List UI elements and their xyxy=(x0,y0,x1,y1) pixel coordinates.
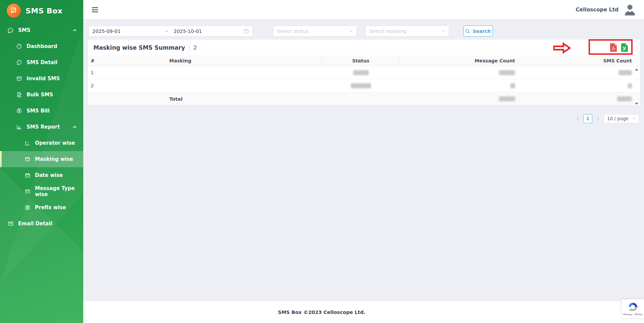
sidebar-item-operator-wise[interactable]: Operator wise xyxy=(0,135,83,151)
footer: SMS Box ©2023 Celloscope Ltd. xyxy=(83,301,644,323)
date-to-value[interactable]: 2025-10-01 xyxy=(170,29,244,34)
prefix-wise-icon xyxy=(24,204,31,211)
recaptcha-badge[interactable]: Privacy - Terms xyxy=(622,299,644,318)
cell-message-count-redacted xyxy=(400,66,518,79)
table-header-row: # Masking Status Message Count SMS Count xyxy=(88,55,640,66)
sidebar: SMS Box SMS Dashboard SMS Detail xyxy=(0,0,83,323)
column-header-masking[interactable]: Masking xyxy=(168,55,322,66)
recaptcha-icon xyxy=(628,302,638,312)
export-excel-icon[interactable] xyxy=(620,43,629,52)
cell-index: 2 xyxy=(88,79,168,92)
total-sms-count-redacted xyxy=(518,92,635,105)
search-icon xyxy=(465,29,470,34)
chevron-down-icon xyxy=(633,118,636,120)
export-buttons xyxy=(609,43,629,52)
masking-wise-icon xyxy=(24,156,31,163)
title-separator: | xyxy=(188,44,190,51)
user-area[interactable]: Celloscope Ltd xyxy=(576,3,637,16)
page-title: Masking wise SMS Summary xyxy=(93,44,185,51)
top-bar: Celloscope Ltd xyxy=(83,0,644,19)
sidebar-item-label: Masking wise xyxy=(35,156,73,162)
total-label: Total xyxy=(168,92,322,105)
sidebar-nav: SMS Dashboard SMS Detail Invalid SMS xyxy=(0,22,83,232)
sms-icon xyxy=(7,27,14,34)
app-title: SMS Box xyxy=(26,7,62,15)
total-message-count-redacted xyxy=(400,92,518,105)
sidebar-item-invalid-sms[interactable]: Invalid SMS xyxy=(0,71,83,87)
cell-message-count-redacted xyxy=(400,79,518,92)
cell-sms-count-redacted xyxy=(518,66,635,79)
user-avatar[interactable] xyxy=(623,3,637,16)
app-logo[interactable]: SMS Box xyxy=(0,0,83,21)
sidebar-item-prefix-wise[interactable]: Prefix wise xyxy=(0,199,83,216)
export-pdf-icon[interactable] xyxy=(609,43,617,52)
sidebar-item-label: Dashboard xyxy=(27,43,57,49)
message-type-wise-icon xyxy=(24,188,31,195)
app-logo-icon xyxy=(7,4,21,18)
scroll-down-icon[interactable] xyxy=(635,103,638,105)
table-row[interactable]: 2 xyxy=(88,79,640,92)
date-range-picker[interactable]: 2025-09-01 → 2025-10-01 xyxy=(88,26,253,37)
pagination: 1 10 / page xyxy=(574,114,639,123)
column-header-sms-count[interactable]: SMS Count xyxy=(518,55,635,66)
cell-status-redacted xyxy=(322,66,400,79)
status-select-placeholder: Select status xyxy=(277,29,349,34)
search-button-label: Search xyxy=(472,29,491,34)
invalid-sms-icon xyxy=(16,76,22,82)
sidebar-item-masking-wise[interactable]: Masking wise xyxy=(0,151,83,167)
column-header-index[interactable]: # xyxy=(88,55,168,66)
prev-page-icon[interactable] xyxy=(574,114,581,123)
date-wise-icon xyxy=(24,172,31,179)
operator-wise-icon xyxy=(24,140,31,146)
sidebar-item-sms[interactable]: SMS xyxy=(0,22,83,38)
next-page-icon[interactable] xyxy=(595,114,601,123)
chevron-up-icon xyxy=(73,29,77,32)
sidebar-item-label: SMS xyxy=(18,27,31,33)
company-name: Celloscope Ltd xyxy=(576,7,618,13)
range-arrow-icon: → xyxy=(163,29,170,34)
sidebar-item-message-type-wise[interactable]: Message Type wise xyxy=(0,183,83,199)
column-header-status[interactable]: Status xyxy=(322,55,400,66)
page-number[interactable]: 1 xyxy=(583,114,592,123)
masking-select[interactable]: Select masking xyxy=(365,26,449,37)
sidebar-item-email-detail[interactable]: Email Detail xyxy=(0,216,83,232)
status-select[interactable]: Select status xyxy=(273,26,357,37)
page-size-select[interactable]: 10 / page xyxy=(604,114,639,123)
main-content: 2025-09-01 → 2025-10-01 Select status Se… xyxy=(83,19,644,323)
sidebar-item-date-wise[interactable]: Date wise xyxy=(0,167,83,183)
sidebar-item-bulk-sms[interactable]: Bulk SMS xyxy=(0,87,83,103)
sms-detail-icon xyxy=(16,59,22,66)
cell-status-redacted xyxy=(322,79,400,92)
scroll-up-icon[interactable] xyxy=(635,68,638,71)
sidebar-item-label: Date wise xyxy=(35,172,63,178)
cell-sms-count-redacted xyxy=(518,79,635,92)
annotation-arrow-icon xyxy=(553,42,571,54)
calendar-icon xyxy=(244,29,249,34)
dashboard-icon xyxy=(16,43,22,50)
masking-select-placeholder: Select masking xyxy=(369,29,442,34)
sidebar-item-label: SMS Bill xyxy=(27,108,50,114)
sidebar-item-dashboard[interactable]: Dashboard xyxy=(0,38,83,54)
sidebar-item-label: Message Type wise xyxy=(35,185,83,197)
date-from-value[interactable]: 2025-09-01 xyxy=(92,29,163,34)
column-header-message-count[interactable]: Message Count xyxy=(400,55,518,66)
search-button[interactable]: Search xyxy=(463,26,493,37)
page-size-label: 10 / page xyxy=(607,116,629,121)
record-count: 2 xyxy=(193,44,197,51)
chevron-down-icon xyxy=(349,30,353,32)
email-detail-icon xyxy=(7,221,14,227)
recaptcha-label[interactable]: Privacy - Terms xyxy=(623,313,642,316)
sidebar-item-label: Prefix wise xyxy=(35,204,66,211)
sidebar-item-sms-detail[interactable]: SMS Detail xyxy=(0,54,83,71)
menu-fold-icon[interactable] xyxy=(91,6,99,14)
sidebar-item-label: SMS Report xyxy=(27,124,60,130)
sms-bill-icon xyxy=(16,108,22,114)
table-row[interactable]: 1 xyxy=(88,66,640,79)
chevron-down-icon xyxy=(442,30,445,32)
sidebar-item-sms-report[interactable]: SMS Report xyxy=(0,119,83,135)
chat-bubble-icon xyxy=(10,7,18,15)
chevron-up-icon xyxy=(73,126,77,128)
cell-masking xyxy=(168,66,322,79)
sidebar-item-label: Bulk SMS xyxy=(27,92,53,98)
sidebar-item-sms-bill[interactable]: SMS Bill xyxy=(0,103,83,119)
